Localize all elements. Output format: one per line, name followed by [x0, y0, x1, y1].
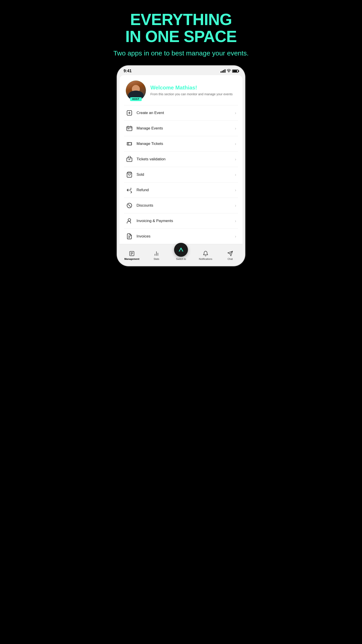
status-icons: [221, 69, 238, 73]
nav-label-management: Management: [124, 258, 139, 260]
nav-label-switch-to: Switch to: [176, 258, 186, 260]
chevron-sold: ›: [235, 172, 236, 177]
wifi-icon: [227, 69, 231, 73]
nav-item-stats[interactable]: Stats: [144, 250, 169, 260]
menu-label-tickets-validation: Tickets validation: [137, 157, 166, 162]
menu-item-invoicing-payments[interactable]: Invoicing & Payments ›: [124, 213, 238, 229]
chevron-invoices: ›: [235, 234, 236, 239]
menu-label-invoices: Invoices: [137, 234, 150, 238]
nav-label-notifications: Notifications: [199, 258, 212, 260]
management-icon: [129, 250, 135, 257]
menu-item-left: Discounts: [126, 202, 153, 209]
menu-item-left: Refund: [126, 186, 149, 194]
battery-icon: [232, 70, 238, 73]
menu-label-discounts: Discounts: [137, 203, 153, 208]
discounts-icon: [126, 202, 133, 209]
chevron-manage-events: ›: [235, 126, 236, 131]
chevron-discounts: ›: [235, 203, 236, 208]
hero-title: EVERYTHING IN ONE SPACE: [125, 11, 237, 45]
welcome-description: From this section you can monitor and ma…: [150, 92, 233, 96]
welcome-text: Welcome Mathias! From this section you c…: [150, 84, 233, 96]
menu-item-left: Sold: [126, 171, 144, 178]
stats-icon: [153, 250, 160, 257]
invoices-icon: [126, 233, 133, 240]
menu-item-left: Invoices: [126, 233, 150, 240]
create-event-icon: [126, 109, 133, 116]
notifications-icon: [202, 250, 209, 257]
refund-icon: [126, 186, 133, 194]
menu-list: Create an Event › Manage Events ›: [120, 105, 242, 244]
invoicing-payments-icon: [126, 217, 133, 224]
chevron-create-event: ›: [235, 111, 236, 116]
bottom-nav: Management Stats: [120, 244, 242, 266]
chevron-invoicing-payments: ›: [235, 219, 236, 224]
avatar-container: HOST: [126, 80, 146, 100]
menu-item-refund[interactable]: Refund ›: [124, 182, 238, 198]
nav-label-stats: Stats: [153, 258, 159, 260]
manage-tickets-icon: [126, 140, 133, 147]
nav-item-management[interactable]: Management: [120, 250, 144, 260]
manage-events-icon: [126, 125, 133, 132]
chevron-tickets-validation: ›: [235, 157, 236, 162]
svg-point-12: [130, 206, 130, 206]
hero-subtitle: Two apps in one to best manage your even…: [113, 48, 249, 58]
menu-label-create-event: Create an Event: [137, 111, 164, 115]
switch-to-button[interactable]: [174, 243, 188, 257]
phone-frame: 9:41: [117, 66, 245, 266]
menu-item-left: Manage Tickets: [126, 140, 163, 147]
nav-item-chat[interactable]: Chat: [218, 250, 242, 260]
menu-item-left: Invoicing & Payments: [126, 217, 173, 224]
chevron-refund: ›: [235, 188, 236, 192]
nav-item-notifications[interactable]: Notifications: [193, 250, 218, 260]
menu-label-invoicing-payments: Invoicing & Payments: [137, 219, 173, 223]
menu-item-manage-tickets[interactable]: Manage Tickets ›: [124, 136, 238, 152]
menu-item-manage-events[interactable]: Manage Events ›: [124, 121, 238, 136]
chevron-manage-tickets: ›: [235, 142, 236, 146]
menu-item-left: Manage Events: [126, 125, 163, 132]
menu-item-invoices[interactable]: Invoices ›: [124, 229, 238, 244]
menu-item-left: Tickets validation: [126, 156, 166, 163]
tickets-validation-icon: [126, 156, 133, 163]
svg-point-0: [229, 72, 229, 72]
menu-item-tickets-validation[interactable]: Tickets validation ›: [124, 152, 238, 167]
menu-item-create-event[interactable]: Create an Event ›: [124, 105, 238, 121]
menu-item-sold[interactable]: Sold ›: [124, 167, 238, 182]
sold-icon: [126, 171, 133, 178]
menu-item-discounts[interactable]: Discounts ›: [124, 198, 238, 213]
svg-rect-4: [127, 126, 132, 131]
phone-content: HOST Welcome Mathias! From this section …: [120, 75, 242, 244]
menu-label-refund: Refund: [137, 188, 149, 192]
menu-item-left: Create an Event: [126, 109, 164, 116]
svg-point-11: [128, 204, 129, 205]
status-time: 9:41: [124, 69, 132, 73]
menu-label-sold: Sold: [137, 172, 144, 177]
welcome-heading: Welcome Mathias!: [150, 84, 233, 91]
host-badge: HOST: [130, 97, 142, 101]
nav-item-switch-to[interactable]: Switch to: [169, 243, 193, 260]
status-bar: 9:41: [117, 66, 245, 75]
chat-icon: [227, 250, 233, 257]
menu-label-manage-events: Manage Events: [137, 126, 163, 130]
profile-section: HOST Welcome Mathias! From this section …: [120, 75, 242, 105]
signal-icon: [221, 69, 225, 73]
page-wrapper: EVERYTHING IN ONE SPACE Two apps in one …: [90, 4, 272, 266]
svg-point-13: [128, 219, 131, 222]
menu-label-manage-tickets: Manage Tickets: [137, 142, 163, 146]
nav-label-chat: Chat: [228, 258, 233, 260]
